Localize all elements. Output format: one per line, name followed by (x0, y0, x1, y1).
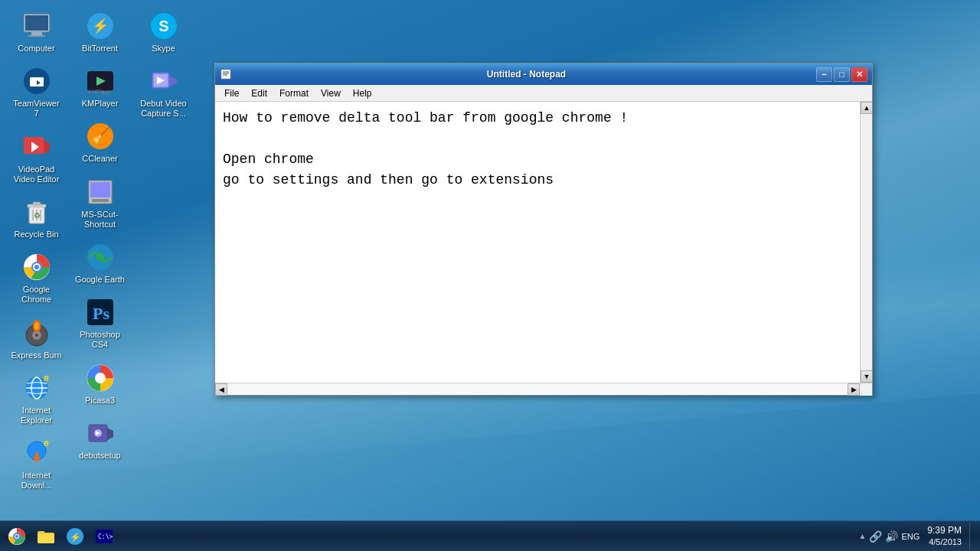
tray-icons: ▲ 🔗 🔊 ENG (859, 530, 920, 543)
picasa-label: Picasa3 (85, 396, 115, 406)
svg-point-49 (95, 373, 106, 383)
svg-text:♻: ♻ (33, 211, 40, 220)
close-button[interactable]: ✕ (851, 67, 867, 82)
photoshop-label: Photoshop CS4 (74, 330, 126, 350)
desktop-icon-chrome[interactable]: Google Chrome (8, 249, 65, 308)
menu-view[interactable]: View (315, 86, 347, 100)
teamviewer-icon (21, 66, 52, 96)
clock-time: 9:39 PM (927, 525, 962, 537)
computer-label: Computer (18, 44, 54, 54)
menu-format[interactable]: Format (273, 86, 315, 100)
scroll-up-button[interactable]: ▲ (861, 102, 872, 114)
menu-file[interactable]: File (218, 86, 245, 100)
window-title: Untitled - Notepad (237, 69, 816, 80)
desktop-icon-photoshop[interactable]: Ps Photoshop CS4 (71, 294, 129, 353)
desktop-icon-ccleaner[interactable]: 🧹 CCleaner (71, 118, 129, 167)
taskbar-chrome-icon[interactable] (3, 523, 31, 550)
scroll-down-button[interactable]: ▼ (861, 370, 872, 383)
debut-video-label: Debut VideoCapture S... (140, 99, 186, 119)
chrome-icon (21, 252, 52, 282)
desktop-icon-area: Computer TeamViewer 7 VideoPadVideo (8, 8, 176, 505)
svg-rect-1 (25, 15, 48, 31)
menu-edit[interactable]: Edit (245, 86, 273, 100)
taskbar-pinned-icons: ⚡ C:\>_ (0, 523, 121, 550)
svg-text:⚡: ⚡ (70, 531, 81, 543)
taskbar-tray: ▲ 🔗 🔊 ENG 9:39 PM 4/5/2013 (859, 523, 980, 550)
network-icon[interactable]: 🔗 (869, 530, 882, 543)
recycle-bin-label: Recycle Bin (14, 230, 58, 240)
ccleaner-label: CCleaner (82, 154, 117, 164)
svg-marker-51 (107, 428, 113, 440)
svg-point-25 (34, 322, 39, 330)
desktop-icon-recycle-bin[interactable]: ♻ Recycle Bin (8, 194, 65, 243)
desktop-icon-ms-scut[interactable]: MS-SCut-Shortcut (71, 174, 129, 233)
bittorrent-label: BitTorrent (82, 44, 118, 54)
scrollbar-corner (860, 383, 872, 396)
notepad-window: Untitled - Notepad − □ ✕ File Edit Forma… (214, 63, 873, 396)
svg-text:Ps: Ps (93, 304, 109, 323)
show-desktop-button[interactable] (969, 523, 974, 550)
desktop-icon-bittorrent[interactable]: ⚡ BitTorrent (71, 8, 129, 57)
maximize-button[interactable]: □ (834, 67, 850, 82)
language-indicator[interactable]: ENG (901, 532, 920, 541)
svg-marker-8 (44, 140, 50, 154)
horizontal-scrollbar[interactable]: ◀ ▶ (215, 383, 872, 395)
svg-text:C:\>_: C:\>_ (98, 533, 113, 540)
google-earth-label: Google Earth (75, 275, 125, 285)
bittorrent-icon: ⚡ (85, 11, 116, 41)
ms-scut-label: MS-SCut-Shortcut (74, 210, 126, 230)
ms-scut-icon (85, 177, 116, 207)
computer-icon (21, 11, 52, 41)
taskbar-bittorrent-icon[interactable]: ⚡ (61, 523, 89, 550)
desktop-icon-kmplayer[interactable]: KMPlayer KMPlayer (71, 63, 129, 112)
desktop-icon-videopad[interactable]: VideoPadVideo Editor (8, 129, 65, 187)
taskbar-cmd-icon[interactable]: C:\>_ (90, 523, 118, 550)
volume-icon[interactable]: 🔊 (885, 530, 898, 543)
notepad-window-icon (220, 68, 232, 80)
desktop-icon-skype[interactable]: S Skype (135, 8, 192, 57)
desktop-icon-computer[interactable]: Computer (8, 8, 65, 57)
desktop-icon-express-burn[interactable]: Express Burn (8, 315, 65, 364)
svg-text:e: e (44, 373, 49, 383)
desktop-icon-picasa[interactable]: Picasa3 (71, 360, 129, 409)
debutsetup-icon (85, 418, 116, 448)
scroll-left-button[interactable]: ◀ (215, 383, 227, 396)
kmplayer-icon: KMPlayer (85, 66, 116, 96)
svg-rect-2 (31, 32, 42, 35)
desktop-icon-debut-video[interactable]: Debut VideoCapture S... (135, 63, 192, 122)
svg-point-45 (96, 253, 104, 261)
desktop-icon-debutsetup[interactable]: debutsetup (71, 415, 129, 464)
chrome-label: Google Chrome (11, 285, 62, 305)
taskbar-folder-icon[interactable] (32, 523, 60, 550)
picasa-icon (85, 363, 116, 393)
desktop: Computer TeamViewer 7 VideoPadVideo (0, 0, 980, 551)
desktop-icon-inet-downloader[interactable]: e Internet Downl... (8, 435, 65, 494)
tray-expand-icon[interactable]: ▲ (859, 532, 867, 540)
svg-point-23 (35, 334, 38, 337)
vertical-scrollbar[interactable]: ▲ ▼ (860, 102, 872, 383)
minimize-button[interactable]: − (816, 67, 832, 82)
menu-bar: File Edit Format View Help (215, 85, 872, 102)
ie-label: Internet Explorer (11, 406, 62, 425)
teamviewer-label: TeamViewer 7 (11, 99, 62, 119)
notepad-textarea[interactable]: How to remove delta tool bar from google… (215, 102, 872, 383)
desktop-icon-google-earth[interactable]: Google Earth (71, 239, 129, 288)
svg-marker-57 (169, 76, 177, 86)
clock-date: 4/5/2013 (927, 536, 962, 547)
svg-rect-33 (35, 452, 38, 458)
ccleaner-icon: 🧹 (85, 121, 116, 152)
skype-icon: S (149, 11, 179, 41)
debut-video-icon (149, 66, 179, 96)
ie-icon: e (21, 373, 52, 403)
svg-rect-43 (92, 199, 109, 202)
skype-label: Skype (152, 44, 175, 54)
scroll-right-button[interactable]: ▶ (848, 383, 860, 396)
tray-clock[interactable]: 9:39 PM 4/5/2013 (923, 525, 966, 548)
desktop-icon-ie[interactable]: e Internet Explorer (8, 370, 65, 429)
recycle-bin-icon: ♻ (21, 197, 52, 227)
window-controls: − □ ✕ (816, 67, 867, 82)
desktop-icon-teamviewer[interactable]: TeamViewer 7 (8, 63, 65, 122)
menu-help[interactable]: Help (347, 86, 378, 100)
svg-point-67 (15, 535, 18, 538)
taskbar: ⚡ C:\>_ ▲ 🔗 🔊 (0, 520, 980, 551)
